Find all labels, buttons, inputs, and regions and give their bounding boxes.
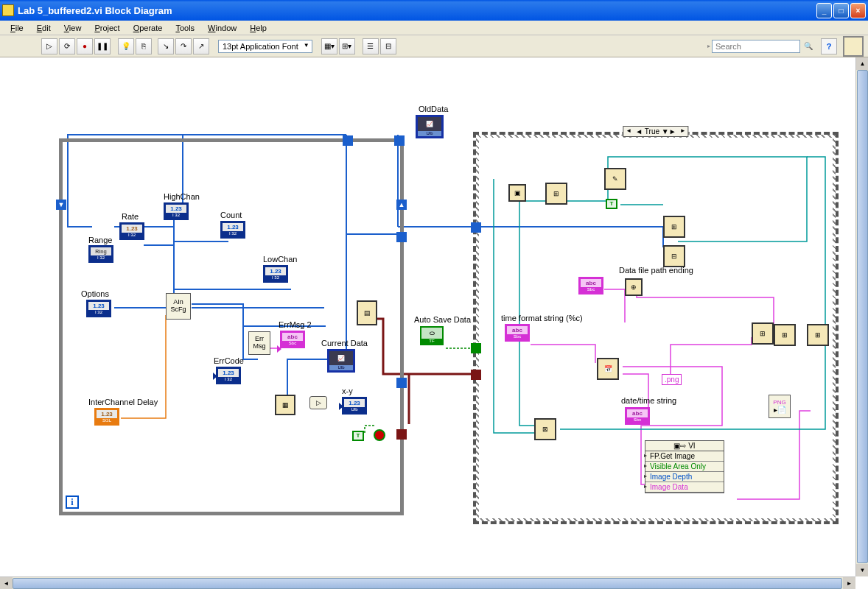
label-highchan: HighChan	[164, 192, 200, 201]
step-over-button[interactable]: ↷	[175, 38, 192, 54]
loop-stop-terminal[interactable]	[374, 429, 385, 441]
scroll-left-icon[interactable]: ◄	[0, 577, 13, 589]
retain-wire-button[interactable]: ⎘	[136, 38, 152, 54]
node-func1[interactable]: ⊞	[545, 183, 567, 205]
cleanup-button[interactable]: ⊟	[380, 38, 396, 54]
terminal-timeformat[interactable]: abcSbc	[505, 324, 530, 342]
case-tunnel-blue[interactable]	[471, 222, 481, 233]
terminal-xy[interactable]: 1.23Ulb	[342, 397, 367, 415]
terminal-options[interactable]: 1.23I 32	[86, 300, 111, 317]
node-build-array[interactable]: ▤	[357, 300, 377, 325]
prop-visible-area[interactable]: Visible Area Only	[645, 462, 724, 472]
label-xy: x-y	[342, 387, 353, 395]
node-vi-ref[interactable]: ▣	[508, 184, 526, 202]
case-selector-tunnel[interactable]	[471, 343, 481, 353]
terminal-lowchan[interactable]: 1.23I 32	[263, 265, 288, 283]
scroll-thumb-v[interactable]	[857, 70, 868, 563]
loop-tunnel-r2[interactable]	[396, 378, 407, 388]
label-datafilepath: Data file path ending	[619, 266, 693, 275]
node-func5[interactable]: ⊞	[752, 322, 774, 345]
menu-help[interactable]: Help	[243, 22, 273, 34]
terminal-interchanneldelay[interactable]: 1.23SGL	[94, 408, 119, 426]
terminal-olddata[interactable]: 📈Ulb	[416, 115, 444, 138]
menu-project[interactable]: Project	[88, 22, 126, 34]
menu-edit[interactable]: Edit	[30, 22, 57, 34]
abort-button[interactable]: ●	[77, 38, 93, 54]
menu-file[interactable]: FFileile	[4, 22, 30, 34]
pause-button[interactable]: ❚❚	[94, 38, 111, 54]
terminal-count[interactable]: 1.23I 32	[220, 221, 245, 239]
menu-tools[interactable]: Tools	[169, 22, 201, 34]
terminal-datafilepath[interactable]: abcSbc	[578, 277, 603, 294]
node-concat1[interactable]: ⊕	[625, 278, 643, 296]
label-autosave: Auto Save Data	[414, 315, 471, 324]
terminal-highchan[interactable]: 1.23I 32	[164, 202, 189, 220]
node-close-ref[interactable]: ⊠	[534, 418, 556, 440]
close-button[interactable]: ×	[850, 3, 866, 18]
diagram-canvas[interactable]: ▼ ▲ i OldData 📈Ulb HighChan 1.23I 32 Rat…	[0, 57, 855, 576]
menu-operate[interactable]: Operate	[127, 22, 169, 34]
label-lowchan: LowChan	[263, 255, 297, 264]
property-node-vi[interactable]: ▣⇨ VI FP.Get Image Visible Area Only Ima…	[645, 440, 724, 493]
loop-iteration-terminal[interactable]: i	[66, 495, 79, 509]
node-datetime-format[interactable]: 📅	[597, 358, 619, 380]
prop-image-depth[interactable]: Image Depth	[645, 472, 724, 482]
scroll-down-icon[interactable]: ▼	[856, 564, 868, 576]
node-subtract[interactable]: ▷	[309, 396, 327, 409]
case-tunnel-cluster[interactable]	[471, 370, 481, 380]
prop-fp-get-image[interactable]: FP.Get Image	[645, 451, 724, 462]
node-index-array[interactable]: ▦	[275, 395, 295, 415]
arrow-icon	[277, 345, 281, 353]
search-input[interactable]	[712, 40, 800, 53]
scroll-up-icon[interactable]: ▲	[856, 57, 868, 70]
menu-view[interactable]: View	[57, 22, 88, 34]
case-selector[interactable]: ◄ True ▼►	[623, 126, 688, 137]
while-loop[interactable]: ▼ ▲ i	[59, 138, 404, 515]
png-string-constant[interactable]: .png	[662, 374, 682, 385]
horizontal-scrollbar[interactable]: ◄ ►	[0, 576, 855, 589]
scroll-right-icon[interactable]: ►	[843, 577, 855, 589]
true-constant-2[interactable]: T	[606, 199, 617, 209]
node-func6[interactable]: ⊞	[774, 324, 796, 346]
step-into-button[interactable]: ↘	[158, 38, 174, 54]
terminal-datetimestring[interactable]: abcSbc	[625, 407, 650, 425]
step-out-button[interactable]: ↗	[193, 38, 209, 54]
highlight-button[interactable]: 💡	[118, 38, 134, 54]
scroll-thumb-h[interactable]	[13, 578, 842, 589]
loop-tunnel-r1[interactable]	[396, 232, 407, 242]
distribute-button[interactable]: ⊞▾	[339, 38, 355, 54]
menu-window[interactable]: Window	[201, 22, 243, 34]
node-func3[interactable]: ⊞	[663, 216, 685, 238]
loop-tunnel-r3[interactable]	[396, 429, 407, 440]
search-icon[interactable]: 🔍	[800, 38, 816, 54]
terminal-errcode[interactable]: 1.23I 32	[216, 367, 241, 384]
terminal-errmsg2[interactable]: abcSbc	[280, 331, 305, 348]
node-write-png[interactable]: PNG ▸📄	[769, 395, 791, 418]
vertical-scrollbar[interactable]: ▲ ▼	[855, 57, 868, 576]
terminal-rate[interactable]: 1.23I 32	[119, 222, 144, 240]
loop-tunnel-top1[interactable]	[343, 135, 353, 146]
help-button[interactable]: ?	[821, 38, 837, 54]
node-aln-scfg[interactable]: AIn ScFg	[166, 293, 191, 320]
shift-register-right[interactable]: ▲	[396, 200, 407, 210]
reorder-button[interactable]: ☰	[363, 38, 379, 54]
minimize-button[interactable]: _	[816, 3, 832, 18]
align-button[interactable]: ▦▾	[321, 38, 337, 54]
node-func7[interactable]: ⊞	[807, 324, 829, 346]
terminal-autosave[interactable]: ⬭TF	[420, 326, 444, 345]
node-func4[interactable]: ⊟	[663, 245, 685, 267]
terminal-currentdata[interactable]: 📈Ulb	[327, 349, 355, 373]
run-button[interactable]: ▷	[41, 38, 57, 54]
maximize-button[interactable]: □	[833, 3, 849, 18]
loop-tunnel-top2[interactable]	[394, 135, 405, 146]
vi-icon[interactable]	[843, 36, 864, 57]
shift-register-left[interactable]: ▼	[56, 200, 66, 210]
terminal-range[interactable]: RingI 32	[88, 245, 113, 263]
prop-image-data[interactable]: Image Data	[645, 482, 724, 493]
node-pencil-icon[interactable]: ✎	[604, 168, 626, 190]
node-errmsg[interactable]: Err Msg	[248, 331, 270, 355]
font-selector[interactable]: 13pt Application Font	[218, 40, 312, 53]
label-datetimestring: date/time string	[621, 396, 676, 405]
run-continuous-button[interactable]: ⟳	[59, 38, 75, 54]
true-constant[interactable]: T	[352, 431, 364, 441]
